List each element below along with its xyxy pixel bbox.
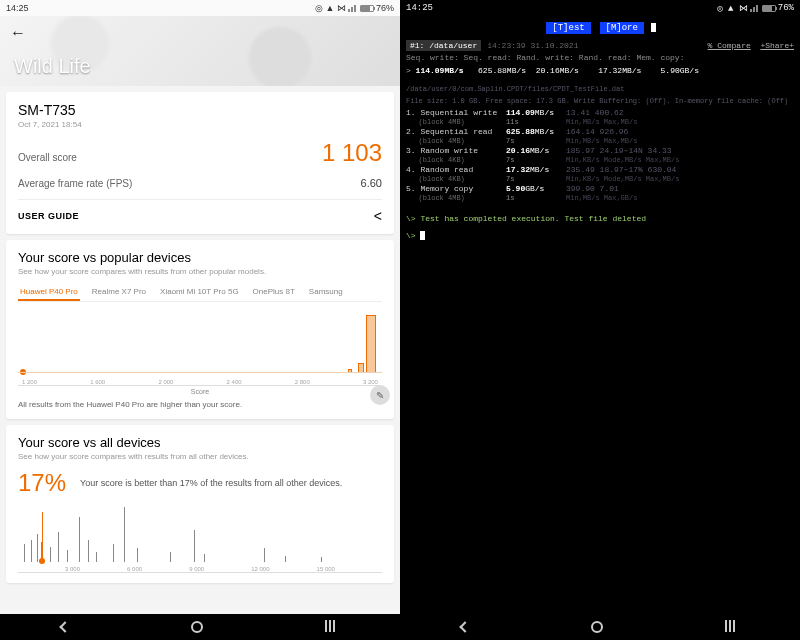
battery-icon: [360, 5, 374, 12]
all-sub: See how your score compares with results…: [18, 452, 382, 461]
file-path: /data/user/0/com.Saplin.CPDT/files/CPDT_…: [400, 83, 800, 95]
android-navbar: [400, 614, 800, 640]
all-title: Your score vs all devices: [18, 435, 382, 450]
overall-label: Overall score: [18, 152, 77, 163]
tab-samsung[interactable]: Samsung: [307, 284, 345, 301]
overall-score: 1 103: [322, 139, 382, 167]
nav-recents-icon[interactable]: [725, 620, 739, 634]
popular-sub: See how your score compares with results…: [18, 267, 382, 276]
run-header: #1: /data/user 14:23:39 31.10.2021 % Com…: [400, 40, 800, 51]
completion-msg: \> Test has completed execution. Test fi…: [400, 210, 800, 227]
run-timestamp: 14:23:39 31.10.2021: [487, 41, 578, 50]
status-bar-right: 14:25 ◎ ▲ ⋈ 76%: [400, 0, 800, 16]
file-info: File size: 1.0 GB. Free space: 17.3 GB. …: [400, 95, 800, 107]
popular-title: Your score vs popular devices: [18, 250, 382, 265]
tab-huawei[interactable]: Huawei P40 Pro: [18, 284, 80, 301]
user-guide-link[interactable]: USER GUIDE: [18, 211, 79, 221]
device-name: SM-T735: [18, 102, 382, 118]
toolbar-cursor: [651, 23, 656, 32]
test-date: Oct 7, 2021 18:54: [18, 120, 382, 129]
edit-icon[interactable]: ✎: [370, 385, 390, 405]
fps-value: 6.60: [361, 177, 382, 189]
tab-xiaomi[interactable]: Xiaomi Mi 10T Pro 5G: [158, 284, 241, 301]
score-card: SM-T735 Oct 7, 2021 18:54 Overall score …: [6, 92, 394, 234]
run-tag: #1: /data/user: [406, 40, 481, 51]
nav-home-icon[interactable]: [591, 621, 603, 633]
all-devices-card: Your score vs all devices See how your s…: [6, 425, 394, 583]
nav-back-icon[interactable]: [459, 621, 470, 632]
nav-recents-icon[interactable]: [325, 620, 339, 634]
share-link[interactable]: +Share+: [760, 41, 794, 50]
tab-realme[interactable]: Realme X7 Pro: [90, 284, 148, 301]
prompt: \>: [400, 227, 800, 244]
android-navbar: [0, 614, 400, 640]
fps-label: Average frame rate (FPS): [18, 178, 132, 189]
all-chart: 3 000 6 000 9 000 12 000 15 000: [18, 503, 382, 573]
test-results: 1. Sequential write114.09MB/s13.41 400.6…: [400, 107, 800, 202]
percentile-value: 17%: [18, 469, 66, 497]
battery-icon: [762, 5, 776, 12]
popular-devices-card: Your score vs popular devices See how yo…: [6, 240, 394, 419]
popular-chart: 1 200 1 600 2 000 2 400 2 800 3 200 Scor…: [18, 306, 382, 386]
device-tabs: Huawei P40 Pro Realme X7 Pro Xiaomi Mi 1…: [18, 284, 382, 302]
summary-values: > 114.09MB/s 625.88MB/s 20.16MB/s 17.32M…: [400, 64, 800, 77]
test-button[interactable]: [T]est: [546, 22, 590, 34]
status-battery: 76%: [376, 3, 394, 13]
nav-home-icon[interactable]: [191, 621, 203, 633]
popular-note: All results from the Huawei P40 Pro are …: [18, 400, 382, 409]
signal-icon: [348, 4, 358, 12]
back-icon[interactable]: ←: [10, 24, 26, 42]
page-title: Wild Life: [14, 55, 91, 78]
summary-labels: Seq. write: Seq. read: Rand. write: Rand…: [400, 51, 800, 64]
more-button[interactable]: [M]ore: [600, 22, 644, 34]
status-icons: ◎ ▲ ⋈: [315, 3, 346, 13]
compare-link[interactable]: % Compare: [708, 41, 751, 50]
term-toolbar: [T]est [M]ore: [400, 16, 800, 40]
status-bar-left: 14:25 ◎ ▲ ⋈ 76%: [0, 0, 400, 16]
signal-icon: [750, 4, 760, 12]
nav-back-icon[interactable]: [59, 621, 70, 632]
share-icon[interactable]: <: [374, 208, 382, 224]
percentile-desc: Your score is better than 17% of the res…: [80, 478, 382, 488]
status-time: 14:25: [6, 3, 29, 13]
tab-oneplus[interactable]: OnePlus 8T: [251, 284, 297, 301]
hero-banner: ← Wild Life: [0, 16, 400, 86]
